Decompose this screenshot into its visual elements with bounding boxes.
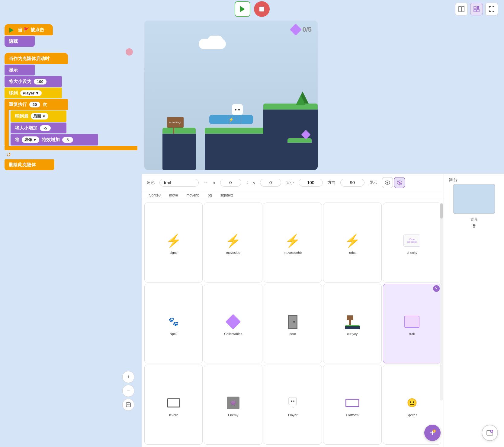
zoom-out-button[interactable]: − bbox=[122, 385, 134, 397]
tab-bg[interactable]: bg bbox=[204, 191, 215, 200]
show-block[interactable]: 显示 bbox=[5, 65, 35, 75]
enemy-thumb: 👾 bbox=[224, 394, 242, 412]
bottom-panel: 角色 ↔ x ↕ y 大小 方向 显示 bbox=[142, 174, 444, 447]
door-thumb bbox=[284, 313, 302, 331]
size-input[interactable] bbox=[299, 179, 323, 187]
player-eyes bbox=[235, 109, 240, 110]
repeat-count[interactable]: 20 bbox=[29, 102, 40, 107]
sign-text: wooden sign bbox=[169, 121, 181, 123]
tab-move[interactable]: move bbox=[165, 191, 181, 200]
sprite-card-player[interactable]: ··· Player bbox=[264, 365, 322, 445]
tree-top-2 bbox=[296, 95, 306, 105]
effect-dropdown[interactable]: 虚像 ▼ bbox=[22, 136, 39, 143]
x-coord-input[interactable] bbox=[220, 179, 241, 187]
when-flag-clicked-block[interactable]: 当 🚩 被点击 bbox=[5, 24, 53, 35]
block-label: 显示 bbox=[9, 67, 18, 73]
sprite-card-trail[interactable]: ✕ trail bbox=[383, 284, 441, 364]
collectables-thumb bbox=[224, 313, 242, 331]
svg-rect-3 bbox=[474, 6, 476, 9]
tab-movehb[interactable]: movehb bbox=[183, 191, 203, 200]
layout-btn-2[interactable] bbox=[470, 3, 483, 15]
tab-sprite8[interactable]: Sprite8 bbox=[146, 191, 164, 200]
block-group-2: 当作为克隆体启动时 显示 将大小设为 100 移到 Player ▼ 重复执行 … bbox=[5, 53, 137, 170]
y-coord-input[interactable] bbox=[260, 179, 281, 187]
size-change-value[interactable]: -5 bbox=[40, 125, 51, 131]
layout-btn-1[interactable] bbox=[455, 3, 468, 15]
gem-counter: 0/5 bbox=[291, 25, 312, 34]
size-value[interactable]: 100 bbox=[34, 79, 47, 85]
change-size-block[interactable]: 将大小增加 -5 bbox=[11, 123, 66, 133]
scroll-thumb[interactable] bbox=[440, 203, 443, 219]
sprite-card-cutyey[interactable]: cut yey bbox=[323, 284, 381, 364]
platform-right-grass bbox=[263, 104, 318, 110]
delete-trail-button[interactable]: ✕ bbox=[433, 285, 440, 292]
enemy-label: Enemy bbox=[228, 413, 238, 417]
trail-thumb bbox=[403, 313, 421, 331]
zoom-in-button[interactable]: + bbox=[122, 371, 134, 383]
wire-1 bbox=[229, 115, 229, 124]
move-back-block[interactable]: 移到最 后面 ▼ bbox=[11, 110, 66, 122]
stage-thumbnail[interactable] bbox=[453, 184, 495, 214]
delete-clone-block[interactable]: 删除此克隆体 bbox=[5, 159, 54, 170]
sprite-card-door[interactable]: door bbox=[264, 284, 322, 364]
moveside-label: moveside bbox=[226, 251, 240, 254]
platform-mid-dark bbox=[205, 134, 265, 170]
hide-visibility-button[interactable] bbox=[394, 177, 405, 188]
block-label: 当作为克隆体启动时 bbox=[9, 56, 50, 62]
layer-dropdown[interactable]: 后面 ▼ bbox=[31, 113, 48, 120]
sprite-card-platform[interactable]: Platform bbox=[323, 365, 381, 445]
move-to-dropdown[interactable]: Player ▼ bbox=[20, 90, 42, 96]
sign-post: wooden sign bbox=[167, 117, 184, 128]
move-to-block[interactable]: 移到 Player ▼ bbox=[5, 88, 62, 98]
vertical-arrows-icon: ↕ bbox=[246, 180, 249, 185]
zoom-reset-button[interactable] bbox=[122, 399, 134, 411]
platform-label: Platform bbox=[346, 413, 358, 417]
sprite-card-level2[interactable]: level2 bbox=[144, 365, 203, 445]
sprite-card-signs[interactable]: ⚡ signs bbox=[144, 203, 203, 283]
sprite-card-movesidehb[interactable]: ⚡ movesidehb bbox=[264, 203, 322, 283]
bg-label: 背景 bbox=[470, 217, 478, 222]
stage-label: 舞台 bbox=[449, 177, 457, 183]
npc2-thumb: 🐾 bbox=[165, 313, 183, 331]
change-effect-block[interactable]: 将 虚像 ▼ 特效增加 5 bbox=[11, 134, 98, 145]
checky-label: checky bbox=[407, 251, 417, 254]
cutyey-thumb bbox=[343, 313, 361, 331]
tab-signtext[interactable]: signtext bbox=[217, 191, 236, 200]
sprite-card-moveside[interactable]: ⚡ moveside bbox=[204, 203, 262, 283]
green-flag-button[interactable] bbox=[235, 1, 250, 17]
repeat-block[interactable]: 重复执行 20 次 bbox=[5, 99, 68, 110]
player-eye-right bbox=[238, 109, 240, 110]
gem-diamond-icon bbox=[290, 24, 302, 36]
game-scene: 0/5 wooden sign ⚡ bbox=[144, 21, 318, 170]
stop-button[interactable] bbox=[254, 1, 270, 17]
add-stage-button[interactable] bbox=[482, 425, 498, 441]
stage-canvas: 0/5 wooden sign ⚡ bbox=[144, 21, 318, 170]
add-sprite-button[interactable] bbox=[424, 425, 441, 441]
sprite-card-collectables[interactable]: Collectables bbox=[204, 284, 262, 364]
role-label: 角色 bbox=[147, 180, 155, 185]
repeat-footer bbox=[5, 146, 137, 150]
show-button[interactable] bbox=[382, 177, 393, 188]
sprite-card-enemy[interactable]: 👾 Enemy bbox=[204, 365, 262, 445]
set-size-block[interactable]: 将大小设为 100 bbox=[5, 76, 62, 87]
sprite-grid-wrapper: ⚡ signs ⚡ moveside ⚡ movesidehb bbox=[142, 200, 444, 447]
when-clone-start-block[interactable]: 当作为克隆体启动时 bbox=[5, 53, 68, 64]
direction-input[interactable] bbox=[340, 179, 364, 187]
block-label: 隐藏 bbox=[9, 39, 18, 44]
effect-value[interactable]: 5 bbox=[62, 137, 73, 143]
checky-thumb: Gem collected! bbox=[403, 231, 421, 250]
hide-block[interactable]: 隐藏 bbox=[5, 36, 35, 47]
left-panel: 当 🚩 被点击 隐藏 当作为克隆体启动时 显示 将大小设为 100 移到 Pla… bbox=[0, 18, 142, 447]
repeat-suffix: 次 bbox=[43, 102, 47, 107]
sprite7-label: Sprite7 bbox=[407, 413, 417, 417]
block-label: 删除此克隆体 bbox=[9, 162, 36, 168]
sprite-name-input[interactable] bbox=[159, 179, 199, 187]
sprite-card-npc2[interactable]: 🐾 Npc2 bbox=[144, 284, 203, 364]
fullscreen-button[interactable] bbox=[485, 3, 498, 15]
sprite-card-orbs[interactable]: ⚡ orbs bbox=[323, 203, 381, 283]
sprite-card-checky[interactable]: Gem collected! checky bbox=[383, 203, 441, 283]
block-label: 将大小增加 bbox=[15, 125, 37, 131]
repeat-bottom bbox=[9, 146, 137, 150]
trail-label: trail bbox=[409, 332, 415, 336]
right-panel: 舞台 背景 9 bbox=[444, 174, 504, 447]
